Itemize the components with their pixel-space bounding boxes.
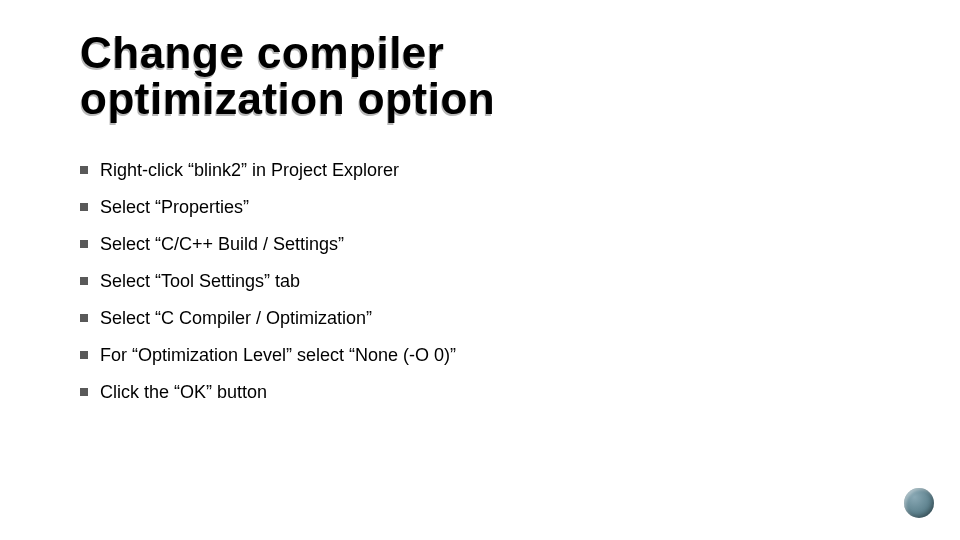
bullet-marker-icon	[80, 351, 88, 359]
bullet-marker-icon	[80, 277, 88, 285]
list-item: Select “Properties”	[80, 197, 860, 218]
list-item: Select “C/C++ Build / Settings”	[80, 234, 860, 255]
bullet-marker-icon	[80, 314, 88, 322]
list-item: For “Optimization Level” select “None (-…	[80, 345, 860, 366]
list-item: Click the “OK” button	[80, 382, 860, 403]
list-item: Select “Tool Settings” tab	[80, 271, 860, 292]
bullet-text: Select “C/C++ Build / Settings”	[100, 234, 860, 255]
bullet-marker-icon	[80, 240, 88, 248]
slide: Change compiler optimization option Chan…	[0, 0, 960, 540]
list-item: Select “C Compiler / Optimization”	[80, 308, 860, 329]
slide-title: Change compiler optimization option Chan…	[80, 30, 495, 122]
decorative-sphere-icon	[904, 488, 934, 518]
bullet-marker-icon	[80, 203, 88, 211]
bullet-text: Select “C Compiler / Optimization”	[100, 308, 860, 329]
bullet-text: Select “Tool Settings” tab	[100, 271, 860, 292]
bullet-marker-icon	[80, 388, 88, 396]
bullet-text: Right-click “blink2” in Project Explorer	[100, 160, 860, 181]
bullet-text: For “Optimization Level” select “None (-…	[100, 345, 860, 366]
bullet-marker-icon	[80, 166, 88, 174]
bullet-list: Right-click “blink2” in Project Explorer…	[80, 160, 860, 419]
list-item: Right-click “blink2” in Project Explorer	[80, 160, 860, 181]
title-front: Change compiler optimization option	[80, 28, 495, 123]
bullet-text: Select “Properties”	[100, 197, 860, 218]
bullet-text: Click the “OK” button	[100, 382, 860, 403]
